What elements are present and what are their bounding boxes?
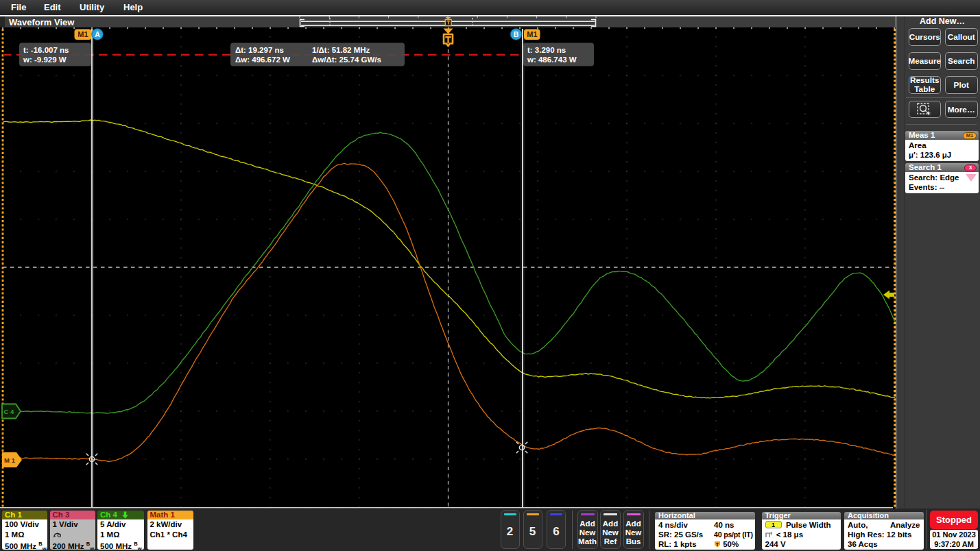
svg-text:t: -16.007 ns: t: -16.007 ns bbox=[23, 46, 69, 54]
svg-text:Δw: 496.672 W: Δw: 496.672 W bbox=[235, 56, 290, 64]
svg-text:w: -9.929 W: w: -9.929 W bbox=[23, 56, 67, 64]
svg-text:t: 3.290 ns: t: 3.290 ns bbox=[527, 46, 566, 54]
svg-text:M1: M1 bbox=[527, 30, 537, 38]
svg-text:C 4: C 4 bbox=[4, 408, 15, 415]
svg-text:Δt: 19.297 ns: Δt: 19.297 ns bbox=[235, 46, 284, 54]
svg-text:T: T bbox=[716, 542, 719, 547]
svg-text:1/Δt: 51.82 MHz: 1/Δt: 51.82 MHz bbox=[312, 46, 370, 54]
svg-text:A: A bbox=[95, 30, 100, 38]
svg-text:w: 486.743 W: w: 486.743 W bbox=[527, 56, 577, 64]
svg-text:M 1: M 1 bbox=[4, 456, 16, 464]
svg-text:B: B bbox=[514, 30, 519, 38]
svg-text:Δw/Δt: 25.74 GW/s: Δw/Δt: 25.74 GW/s bbox=[312, 56, 381, 64]
svg-text:M1: M1 bbox=[77, 30, 88, 38]
